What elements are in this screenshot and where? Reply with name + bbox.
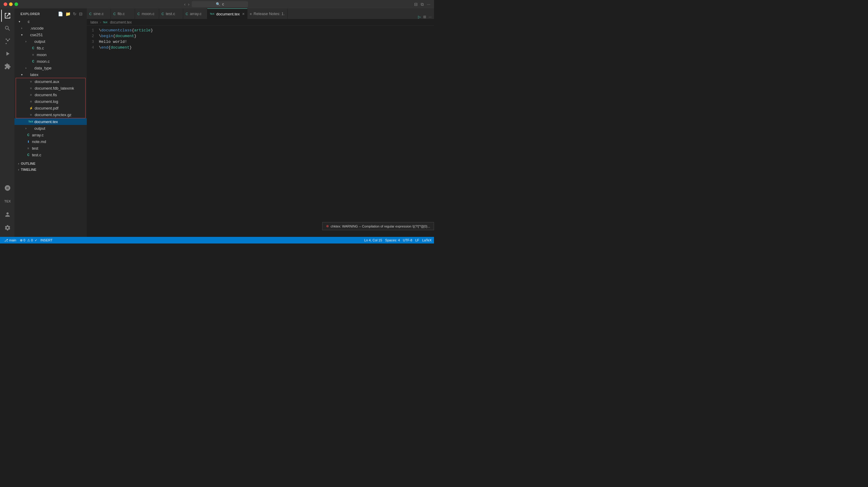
tab-sine-c[interactable]: C sine.c bbox=[87, 8, 111, 19]
cursor-position[interactable]: Ln 4, Col 15 bbox=[364, 238, 382, 242]
warnings-count[interactable]: ⚠ 0 bbox=[27, 238, 33, 242]
errors-count[interactable]: ⊗ 0 bbox=[20, 238, 25, 242]
explorer-activity-icon[interactable] bbox=[1, 10, 13, 22]
refresh-icon[interactable]: ↻ bbox=[72, 11, 77, 17]
maximize-button[interactable] bbox=[14, 2, 18, 6]
tab-close-tex[interactable]: × bbox=[242, 11, 245, 16]
tree-item-output2[interactable]: › output bbox=[14, 125, 87, 132]
tab-release-notes[interactable]: ≡ Release Notes: 1. bbox=[247, 8, 287, 19]
collapse-all-icon[interactable]: ⊟ bbox=[79, 11, 83, 17]
status-bar: ⎇ main ⊗ 0 ⚠ 0 ✓ INSERT Ln 4, Col 15 Spa… bbox=[0, 237, 434, 244]
line-num-3: 3 bbox=[87, 39, 99, 44]
tree-label-vscode: .vscode bbox=[30, 26, 44, 30]
tree-label-test-c: test.c bbox=[32, 153, 41, 157]
tab-array-c[interactable]: C array.c bbox=[183, 8, 207, 19]
tree-item-fib-c[interactable]: C fib.c bbox=[14, 45, 87, 51]
more-tabs-icon[interactable]: ··· bbox=[429, 15, 432, 19]
tab-test-c[interactable]: C test.c bbox=[159, 8, 183, 19]
code-editor[interactable]: 1 \documentclass{article} 2 \begin{docum… bbox=[87, 26, 434, 237]
close-button[interactable] bbox=[4, 2, 7, 6]
tree-item-document-tex[interactable]: TeX document.tex bbox=[14, 118, 87, 125]
tree-item-document-fdb[interactable]: ≡ document.fdb_latexmk bbox=[16, 85, 85, 91]
folder-icon-cse251 bbox=[24, 32, 29, 37]
tree-item-c-root[interactable]: ▾ c bbox=[14, 18, 87, 25]
tab-label-tex: document.tex bbox=[216, 12, 240, 16]
language-label[interactable]: LaTeX bbox=[422, 238, 432, 242]
tab-fib-c[interactable]: C fib.c bbox=[111, 8, 135, 19]
timeline-section[interactable]: › TIMELINE bbox=[14, 167, 87, 173]
search-activity-icon[interactable] bbox=[1, 22, 13, 34]
tree-label-document-synctex: document.synctex.gz bbox=[35, 113, 71, 117]
tree-label-output: output bbox=[34, 39, 45, 44]
tree-item-document-pdf[interactable]: ⚡ document.pdf bbox=[16, 105, 85, 111]
code-line-3: 3 Hello world! bbox=[87, 39, 434, 45]
settings-activity-icon[interactable] bbox=[1, 222, 13, 234]
breadcrumb-latex[interactable]: latex bbox=[90, 20, 98, 24]
timeline-label: TIMELINE bbox=[21, 168, 36, 171]
git-branch[interactable]: ⎇ main bbox=[2, 237, 18, 244]
breadcrumb-document-tex[interactable]: document.tex bbox=[110, 20, 132, 24]
tree-item-output[interactable]: › output bbox=[14, 38, 87, 45]
outline-section[interactable]: › OUTLINE bbox=[14, 161, 87, 167]
split-icon[interactable]: ⧉ bbox=[421, 2, 424, 7]
tree-item-note-md[interactable]: ⬇ note.md bbox=[14, 138, 87, 145]
tab-icon-fib: C bbox=[113, 12, 116, 16]
folder-icon-data-type bbox=[28, 65, 33, 70]
line-code-4: \end{document} bbox=[99, 45, 132, 50]
tex-activity-icon[interactable]: TEX bbox=[1, 195, 13, 207]
run-code-icon[interactable]: ▷ bbox=[418, 15, 421, 19]
code-line-1: 1 \documentclass{article} bbox=[87, 28, 434, 34]
sidebar-sections: › OUTLINE › TIMELINE bbox=[14, 161, 87, 237]
error-notification-text: chktex: WARNING -- Compilation of regula… bbox=[331, 225, 430, 228]
layout-icon[interactable]: ⊟ bbox=[414, 2, 418, 7]
split-editor-icon[interactable]: ⊞ bbox=[423, 15, 426, 19]
generic-file-icon-aux: ≡ bbox=[29, 79, 33, 84]
tree-item-document-fls[interactable]: ≡ document.fls bbox=[16, 91, 85, 98]
c-file-icon-test: C bbox=[26, 152, 31, 157]
remote-activity-icon[interactable] bbox=[1, 182, 13, 194]
tree-label-document-fdb: document.fdb_latexmk bbox=[35, 86, 74, 90]
encoding-label[interactable]: UTF-8 bbox=[403, 238, 412, 242]
eol-label[interactable]: LF bbox=[415, 238, 419, 242]
titlebar-right: ⊟ ⧉ ··· bbox=[414, 2, 430, 7]
tree-item-moon-c[interactable]: C moon.c bbox=[14, 58, 87, 64]
tab-document-tex[interactable]: TeX document.tex × bbox=[207, 8, 247, 19]
tree-item-test[interactable]: ≡ test bbox=[14, 145, 87, 151]
breadcrumb-sep: › bbox=[100, 20, 101, 24]
tree-item-latex[interactable]: ▾ latex bbox=[14, 71, 87, 78]
generic-file-icon-test: ≡ bbox=[26, 146, 31, 150]
tree-item-data-type[interactable]: › data_type bbox=[14, 64, 87, 71]
git-branch-icon: ⎇ bbox=[4, 238, 8, 242]
tree-item-moon[interactable]: ≡ moon bbox=[14, 51, 87, 58]
tree-item-document-aux[interactable]: ≡ document.aux bbox=[16, 78, 85, 85]
more-icon[interactable]: ··· bbox=[427, 2, 430, 7]
new-file-icon[interactable]: 📄 bbox=[57, 11, 64, 17]
tree-item-array-c[interactable]: C array.c bbox=[14, 132, 87, 138]
folder-icon-c bbox=[22, 19, 27, 24]
source-control-activity-icon[interactable] bbox=[1, 35, 13, 47]
c-file-icon-fib: C bbox=[31, 46, 36, 50]
search-bar[interactable]: 🔍 c bbox=[192, 1, 248, 7]
nav-back-button[interactable]: ‹ bbox=[184, 2, 186, 7]
tab-moon-c[interactable]: C moon.c bbox=[135, 8, 159, 19]
tree-item-vscode[interactable]: › .vscode bbox=[14, 25, 87, 31]
new-folder-icon[interactable]: 📁 bbox=[65, 11, 71, 17]
tree-item-test-c[interactable]: C test.c bbox=[14, 151, 87, 158]
tree-item-cse251[interactable]: ▾ cse251 bbox=[14, 31, 87, 38]
c-file-icon-moon: C bbox=[31, 59, 36, 64]
tree-label-document-pdf: document.pdf bbox=[35, 106, 59, 110]
minimize-button[interactable] bbox=[9, 2, 13, 6]
run-activity-icon[interactable] bbox=[1, 48, 13, 60]
spaces-setting[interactable]: Spaces: 4 bbox=[385, 238, 400, 242]
tree-item-document-log[interactable]: ≡ document.log bbox=[16, 98, 85, 105]
tree-item-document-synctex[interactable]: ≡ document.synctex.gz bbox=[16, 111, 85, 118]
tab-icon-tex: TeX bbox=[210, 12, 215, 16]
status-bar-right: Ln 4, Col 15 Spaces: 4 UTF-8 LF LaTeX bbox=[364, 238, 432, 242]
nav-forward-button[interactable]: › bbox=[188, 2, 190, 7]
accounts-activity-icon[interactable] bbox=[1, 208, 13, 221]
tree-arrow-c: ▾ bbox=[17, 20, 22, 23]
activity-bar-bottom: TEX bbox=[1, 182, 13, 237]
red-border-group: ≡ document.aux ≡ document.fdb_latexmk ≡ … bbox=[16, 78, 86, 118]
extensions-activity-icon[interactable] bbox=[1, 60, 13, 73]
tree-arrow-output: › bbox=[24, 40, 28, 43]
